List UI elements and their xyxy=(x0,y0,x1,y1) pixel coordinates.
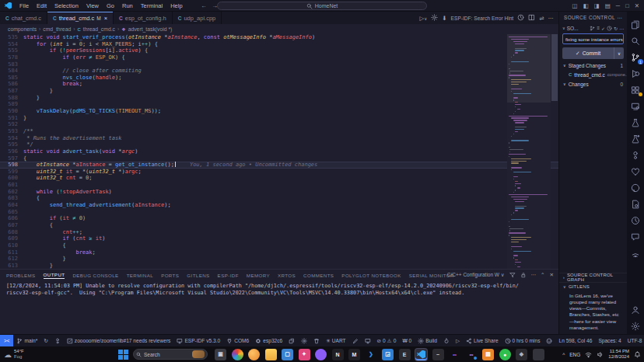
activity-search[interactable] xyxy=(627,33,644,49)
toggle-secondary-sidebar-icon[interactable]: ◨ xyxy=(594,2,600,9)
panel-tab-terminal[interactable]: TERMINAL xyxy=(127,273,154,278)
taskbar-photos-pinwheel-app[interactable] xyxy=(232,349,243,360)
more-actions-icon[interactable]: ⋯ xyxy=(548,15,555,22)
activity-explorer[interactable] xyxy=(627,16,644,33)
taskbar-pinned-red-app[interactable]: ✦ xyxy=(299,349,310,360)
menu-item-terminal[interactable]: Terminal xyxy=(139,2,164,9)
code-line-605[interactable]: 605 xyxy=(0,209,558,216)
taskbar-visual-studio[interactable]: ∞ xyxy=(449,349,460,360)
menu-item-help[interactable]: Help xyxy=(169,2,184,9)
activity-inspect[interactable] xyxy=(627,163,644,179)
code-line-585[interactable]: 585 nvs_close(handle); xyxy=(0,75,558,82)
timeline-icon[interactable] xyxy=(517,14,524,23)
taskbar-green-circle-app[interactable]: ● xyxy=(499,349,511,360)
code-line-589[interactable]: 589 xyxy=(0,101,558,108)
run-button[interactable]: ▷∨ xyxy=(419,15,427,22)
settings-gear-icon[interactable] xyxy=(298,335,310,346)
code-line-535[interactable]: 535static void start_verif_process(otIns… xyxy=(0,34,558,41)
minimize-button[interactable]: ─ xyxy=(616,2,620,9)
gitlens-section[interactable]: ∨GITLENS xyxy=(559,282,627,291)
taskbar-e-app[interactable]: E xyxy=(399,349,411,360)
activity-account[interactable] xyxy=(627,301,644,318)
breadcrumb-file[interactable]: thread_cmd.c xyxy=(83,26,115,32)
espidf-version-item[interactable]: ESP-IDF v5.3.0 xyxy=(173,335,223,346)
flash-icon[interactable] xyxy=(440,335,453,346)
panel-tab-gitlens[interactable]: GITLENS xyxy=(187,273,209,278)
activity-file-settings[interactable] xyxy=(627,196,644,212)
monitor-run-icon[interactable]: ▷ xyxy=(453,335,463,346)
layout-customize-icon[interactable]: ▤ xyxy=(605,2,611,9)
code-line-598[interactable]: 598 otInstance *aInstance = get_ot_insta… xyxy=(0,162,558,169)
activity-source-control[interactable]: 1 xyxy=(627,49,644,65)
output-channel-dropdown[interactable]: C/C++ Configuration W ∨ xyxy=(447,272,505,278)
panel-tab-comments[interactable]: COMMENTS xyxy=(303,273,334,278)
tab-thread_cmd.c[interactable]: Cthread_cmd.cM× xyxy=(47,12,114,24)
menu-item-view[interactable]: View xyxy=(85,2,100,9)
pull-request-item[interactable]: zooooomie/zoomerlib#17 needs reviewers xyxy=(64,335,174,346)
panel-maximize-icon[interactable]: ⌃ xyxy=(541,272,544,278)
minimap[interactable] xyxy=(507,34,551,269)
menu-item-file[interactable]: File xyxy=(18,2,30,9)
activity-extensions[interactable] xyxy=(627,82,644,98)
indentation-item[interactable]: Spaces: 4 xyxy=(595,335,624,346)
nav-back-button[interactable]: ← xyxy=(201,2,207,9)
nav-forward-button[interactable]: → xyxy=(212,2,218,9)
refresh-icon[interactable]: ↻ xyxy=(614,26,618,31)
clock[interactable]: 11:54 PM12/8/2024 xyxy=(608,349,629,360)
encoding-item[interactable]: UTF-8 xyxy=(625,335,644,346)
menu-item-selection[interactable]: Selection xyxy=(53,2,80,9)
code-line-602[interactable]: 602 while (!stopAdvertTask) xyxy=(0,189,558,196)
copy-icon[interactable] xyxy=(285,335,298,346)
view-as-list-icon[interactable]: ≡ xyxy=(597,26,600,31)
activity-github[interactable] xyxy=(627,179,644,196)
volume-icon[interactable] xyxy=(597,351,604,358)
taskbar-notebook-m-app[interactable]: M xyxy=(348,349,360,360)
taskbar-terminal-app[interactable]: ❯ xyxy=(366,349,377,360)
toggle-panel-icon[interactable]: ◫ xyxy=(572,2,577,9)
won-counter-item[interactable]: ₩ 0 xyxy=(399,335,415,346)
menu-item-go[interactable]: Go xyxy=(105,2,116,9)
changes-section[interactable]: ∨Changes 0 xyxy=(559,79,627,89)
code-line-587[interactable]: 587 } xyxy=(0,88,558,95)
activity-run-and-debug[interactable] xyxy=(627,65,644,82)
open-changes-icon[interactable]: ⇌ xyxy=(539,15,544,22)
activity-testing[interactable] xyxy=(627,114,644,131)
filter-icon[interactable] xyxy=(509,272,516,279)
code-line-596[interactable]: 596static void advert_task(void *argc) xyxy=(0,148,558,155)
history-icon[interactable] xyxy=(607,26,612,31)
language-indicator[interactable]: ENG xyxy=(569,352,580,357)
activity-timeline[interactable] xyxy=(627,212,644,228)
activity-remote-explorer[interactable] xyxy=(627,98,644,114)
panel-more-icon[interactable]: ⋯ xyxy=(531,272,537,278)
code-line-601[interactable]: 601 xyxy=(0,182,558,189)
code-line-591[interactable]: 591} xyxy=(0,115,558,122)
panel-tab-ports[interactable]: PORTS xyxy=(161,273,179,278)
sidebar-more-icon[interactable]: ⋯ xyxy=(617,15,622,21)
taskbar-visual-studio-preview[interactable]: ∞ xyxy=(466,349,478,360)
activity-serial-monitor[interactable] xyxy=(627,245,644,261)
git-branch-item[interactable]: main* xyxy=(13,335,40,346)
split-editor-icon[interactable] xyxy=(528,14,535,23)
tab-chat_cmd.c[interactable]: Cchat_cmd.c xyxy=(0,12,47,24)
taskbar-tilde-app[interactable]: ~ xyxy=(432,349,444,360)
code-line-588[interactable]: 588 } xyxy=(0,95,558,102)
lock-icon[interactable] xyxy=(520,272,527,279)
staged-changes-section[interactable]: ∨Staged Changes 1 xyxy=(559,61,627,70)
taskbar-search[interactable]: Search xyxy=(133,349,208,360)
espidf-search-error-hint-button[interactable]: ESP-IDF: Search Error Hint xyxy=(451,16,514,21)
time-tracker-item[interactable]: 0 hrs 0 mins xyxy=(502,335,544,346)
panel-tab-memory[interactable]: MEMORY xyxy=(247,273,270,278)
device-target-item[interactable]: esp32c6 xyxy=(252,335,285,346)
code-line-608[interactable]: 608 cnt++; xyxy=(0,229,558,236)
close-tab-icon[interactable]: × xyxy=(104,15,107,22)
activity-manage-settings[interactable] xyxy=(627,318,644,334)
panel-tab-output[interactable]: OUTPUT xyxy=(44,272,65,279)
remote-indicator[interactable]: >< xyxy=(0,335,13,346)
code-line-606[interactable]: 606 if (it ≠ 0) xyxy=(0,215,558,222)
monitor-icon[interactable] xyxy=(362,335,374,346)
taskbar-gallery-app[interactable]: ▢ xyxy=(282,349,293,360)
taskbar-orange-browser-app[interactable] xyxy=(248,349,260,360)
taskbar-vscode[interactable] xyxy=(415,349,427,360)
code-line-609[interactable]: 609 if (cnt ≥ it) xyxy=(0,235,558,242)
tray-chevron-icon[interactable]: ^ xyxy=(562,352,565,357)
